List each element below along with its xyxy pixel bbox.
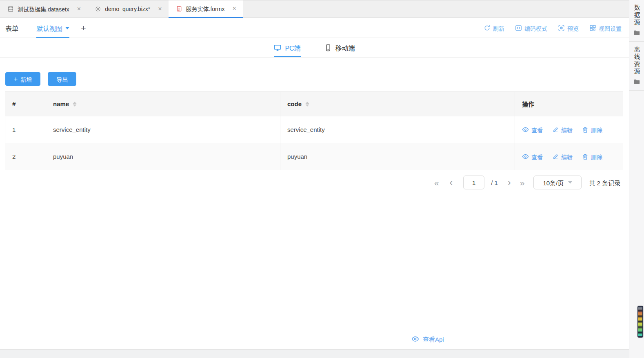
action-button-row: + 新增 导出 xyxy=(5,72,76,86)
performance-meter-overlay xyxy=(637,306,643,338)
form-toolbar: 表单 默认视图 + 刷新 编码模式 xyxy=(0,18,629,38)
sidebar-item-datasource[interactable]: 数据源 xyxy=(629,0,644,42)
status-bar xyxy=(0,349,629,358)
close-icon[interactable]: × xyxy=(158,5,162,13)
column-header-actions: 操作 xyxy=(515,92,623,116)
folder-icon xyxy=(633,29,640,36)
cell-code: service_entity xyxy=(280,116,515,143)
preview-icon xyxy=(558,24,565,31)
view-settings-label: 视图设置 xyxy=(599,24,622,32)
tab-pc-label: PC端 xyxy=(285,43,300,53)
view-selector-label: 默认视图 xyxy=(36,23,62,33)
chevron-down-icon xyxy=(568,181,572,184)
close-icon[interactable]: × xyxy=(232,5,236,12)
export-button-label: 导出 xyxy=(56,75,68,83)
view-settings-icon xyxy=(589,24,596,31)
first-page-button[interactable]: « xyxy=(434,178,439,187)
tab-query[interactable]: demo_query.bizx* × xyxy=(87,0,168,18)
delete-row-button[interactable]: 删除 xyxy=(582,153,602,161)
column-header-index: # xyxy=(5,92,46,116)
preview-button[interactable]: 预览 xyxy=(558,24,579,32)
form-view-content: + 新增 导出 # name code xyxy=(0,58,629,349)
edit-row-button[interactable]: 编辑 xyxy=(552,153,573,161)
view-selector[interactable]: 默认视图 xyxy=(36,18,69,38)
page-number-input[interactable] xyxy=(463,176,484,189)
form-label: 表单 xyxy=(5,23,18,33)
cell-name: service_entity xyxy=(46,116,280,143)
document-tab-bar: 测试数据集.datasetx × demo_query.bizx* × 服 xyxy=(0,0,629,18)
cell-name: puyuan xyxy=(46,143,280,170)
code-mode-label: 编码模式 xyxy=(524,24,547,32)
total-pages-label: / 1 xyxy=(491,179,498,186)
chevron-down-icon xyxy=(65,27,69,29)
add-button[interactable]: + 新增 xyxy=(5,72,40,86)
tab-form-active[interactable]: 服务实体.formx × xyxy=(169,0,243,18)
folder-icon xyxy=(633,78,640,85)
preview-label: 预览 xyxy=(567,24,579,32)
toolbar-actions: 刷新 编码模式 预览 xyxy=(484,24,622,32)
refresh-label: 刷新 xyxy=(493,24,504,32)
edit-row-button[interactable]: 编辑 xyxy=(552,126,573,134)
add-button-label: 新增 xyxy=(20,75,32,83)
database-icon xyxy=(7,6,14,12)
eye-icon xyxy=(411,335,419,343)
table-header: # name code 操作 xyxy=(5,92,623,116)
tab-mobile[interactable]: 移动端 xyxy=(324,38,355,57)
last-page-button[interactable]: » xyxy=(520,178,525,187)
total-records-label: 共 2 条记录 xyxy=(589,178,620,187)
eye-icon xyxy=(522,126,529,133)
cell-actions: 查看 编辑 xyxy=(515,116,623,143)
gear-icon xyxy=(95,6,101,12)
cell-code: puyuan xyxy=(280,143,515,170)
cell-actions: 查看 编辑 xyxy=(515,143,623,170)
tab-mobile-label: 移动端 xyxy=(335,43,355,53)
view-api-link[interactable]: 查看Api xyxy=(411,335,444,343)
view-row-button[interactable]: 查看 xyxy=(522,126,543,134)
view-api-label: 查看Api xyxy=(423,335,444,343)
tab-pc[interactable]: PC端 xyxy=(274,38,300,57)
app-window: 测试数据集.datasetx × demo_query.bizx* × 服 xyxy=(0,0,644,358)
tab-label: 测试数据集.datasetx xyxy=(18,5,69,13)
tab-dataset[interactable]: 测试数据集.datasetx × xyxy=(0,0,87,18)
table-row: 2 puyuan puyuan 查看 xyxy=(5,143,623,170)
meter-bars xyxy=(638,307,642,336)
data-table: # name code 操作 xyxy=(5,91,623,170)
right-sidebar: 数据源 离线资源 xyxy=(629,0,644,358)
cell-index: 1 xyxy=(5,116,46,143)
plus-icon: + xyxy=(14,76,18,83)
edit-icon xyxy=(552,153,559,160)
sort-icon[interactable] xyxy=(305,102,309,107)
delete-row-button[interactable]: 删除 xyxy=(582,126,602,134)
code-mode-button[interactable]: 编码模式 xyxy=(515,24,547,32)
delete-icon xyxy=(582,153,588,160)
refresh-icon xyxy=(484,24,491,31)
view-row-button[interactable]: 查看 xyxy=(522,153,543,161)
delete-icon xyxy=(582,127,588,133)
mobile-icon xyxy=(324,44,332,51)
pagination: « ‹ / 1 › » 10条/页 共 2 条记录 xyxy=(434,176,620,189)
prev-page-button[interactable]: ‹ xyxy=(450,178,453,187)
next-page-button[interactable]: › xyxy=(508,178,511,187)
tab-label: demo_query.bizx* xyxy=(105,6,150,12)
column-header-code[interactable]: code xyxy=(280,92,515,116)
monitor-icon xyxy=(274,44,281,51)
edit-icon xyxy=(552,127,559,133)
tab-label: 服务实体.formx xyxy=(186,4,225,13)
view-settings-button[interactable]: 视图设置 xyxy=(589,24,622,32)
eye-icon xyxy=(522,153,529,160)
form-icon xyxy=(176,5,182,12)
code-mode-icon xyxy=(515,24,522,31)
column-header-name[interactable]: name xyxy=(46,92,280,116)
refresh-button[interactable]: 刷新 xyxy=(484,24,504,32)
table-row: 1 service_entity service_entity 查看 xyxy=(5,116,623,143)
cell-index: 2 xyxy=(5,143,46,170)
page-size-select[interactable]: 10条/页 xyxy=(533,176,582,189)
add-view-button[interactable]: + xyxy=(81,23,86,33)
close-icon[interactable]: × xyxy=(77,5,81,13)
page-size-label: 10条/页 xyxy=(543,178,564,187)
sidebar-item-label: 离线资源 xyxy=(633,46,641,76)
export-button[interactable]: 导出 xyxy=(48,72,76,86)
sidebar-item-offline-resources[interactable]: 离线资源 xyxy=(629,42,644,91)
device-tab-bar: PC端 移动端 xyxy=(0,38,629,58)
sort-icon[interactable] xyxy=(73,102,77,107)
